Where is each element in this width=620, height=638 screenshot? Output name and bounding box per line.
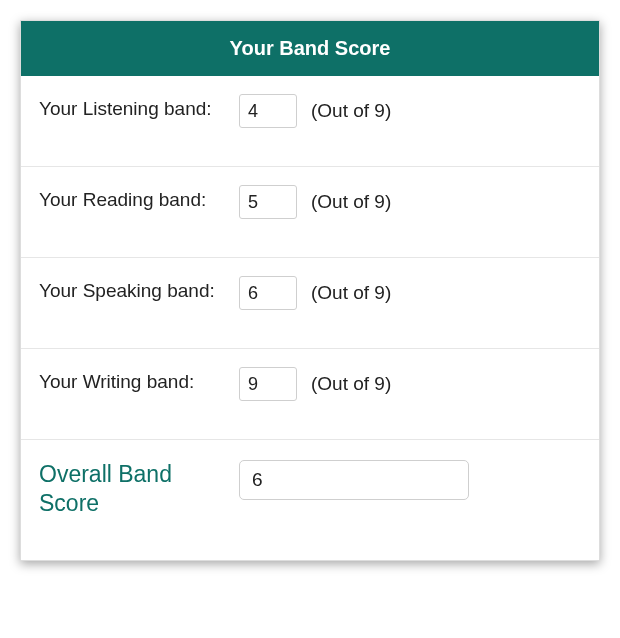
row-speaking: Your Speaking band: (Out of 9) — [21, 258, 599, 349]
reading-hint: (Out of 9) — [311, 191, 391, 213]
speaking-input[interactable] — [239, 276, 297, 310]
reading-label: Your Reading band: — [39, 185, 239, 213]
listening-input[interactable] — [239, 94, 297, 128]
row-overall: Overall Band Score — [21, 440, 599, 560]
listening-input-cell: (Out of 9) — [239, 94, 391, 128]
writing-input-cell: (Out of 9) — [239, 367, 391, 401]
overall-input-cell — [239, 460, 469, 500]
writing-hint: (Out of 9) — [311, 373, 391, 395]
row-reading: Your Reading band: (Out of 9) — [21, 167, 599, 258]
writing-label: Your Writing band: — [39, 367, 239, 395]
reading-input[interactable] — [239, 185, 297, 219]
row-writing: Your Writing band: (Out of 9) — [21, 349, 599, 440]
speaking-label: Your Speaking band: — [39, 276, 239, 304]
listening-hint: (Out of 9) — [311, 100, 391, 122]
listening-label: Your Listening band: — [39, 94, 239, 122]
speaking-input-cell: (Out of 9) — [239, 276, 391, 310]
speaking-hint: (Out of 9) — [311, 282, 391, 304]
row-listening: Your Listening band: (Out of 9) — [21, 76, 599, 167]
band-score-card: Your Band Score Your Listening band: (Ou… — [20, 20, 600, 561]
reading-input-cell: (Out of 9) — [239, 185, 391, 219]
overall-label: Overall Band Score — [39, 460, 239, 518]
overall-input[interactable] — [239, 460, 469, 500]
card-title: Your Band Score — [230, 37, 391, 59]
writing-input[interactable] — [239, 367, 297, 401]
card-header: Your Band Score — [21, 21, 599, 76]
